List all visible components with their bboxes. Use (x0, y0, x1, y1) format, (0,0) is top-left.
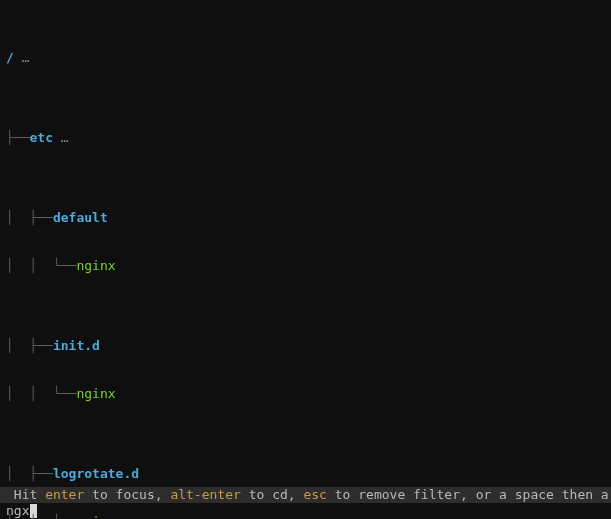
tree-branch: │ ├── (6, 210, 53, 226)
file-tree[interactable]: / … ├── etc … │ ├── default │ │ └── ngin… (0, 0, 611, 487)
file-label: nginx (76, 258, 115, 274)
status-text: to cd, (241, 487, 304, 503)
dir-ellipsis: … (53, 130, 69, 146)
terminal-viewport: / … ├── etc … │ ├── default │ │ └── ngin… (0, 0, 611, 519)
status-text: to focus, (84, 487, 170, 503)
status-text: Hit (6, 487, 45, 503)
tree-dir-etc[interactable]: ├── etc … (6, 130, 611, 146)
status-key-alt-enter: alt-enter (170, 487, 240, 503)
tree-branch: │ │ └── (6, 514, 76, 519)
tree-branch: │ ├── (6, 466, 53, 482)
dir-label: init.d (53, 338, 100, 354)
root-ellipsis: … (14, 50, 30, 66)
tree-branch: │ │ └── (6, 386, 76, 402)
status-key-esc: esc (303, 487, 326, 503)
file-label: nginx (76, 386, 115, 402)
status-text: to remove filter, or a space then a verb (327, 487, 611, 503)
tree-file-default-nginx[interactable]: │ │ └── nginx (6, 258, 611, 274)
tree-dir-initd[interactable]: │ ├── init.d (6, 338, 611, 354)
tree-file-initd-nginx[interactable]: │ │ └── nginx (6, 386, 611, 402)
tree-branch: │ ├── (6, 338, 53, 354)
tree-dir-logrotated[interactable]: │ ├── logrotate.d (6, 466, 611, 482)
tree-branch: ├── (6, 130, 29, 146)
status-bar: Hit enter to focus, alt-enter to cd, esc… (0, 487, 611, 503)
dir-label: default (53, 210, 108, 226)
tree-dir-default[interactable]: │ ├── default (6, 210, 611, 226)
status-key-enter: enter (45, 487, 84, 503)
dir-label: logrotate.d (53, 466, 139, 482)
dir-label: etc (29, 130, 52, 146)
tree-root[interactable]: / … (6, 50, 611, 66)
file-label: nginx (76, 514, 115, 519)
root-label: / (6, 50, 14, 66)
tree-branch: │ │ └── (6, 258, 76, 274)
